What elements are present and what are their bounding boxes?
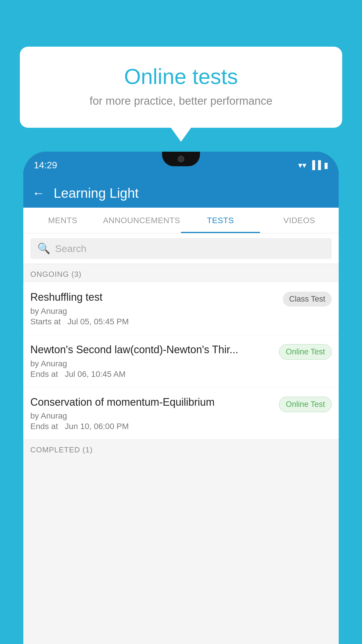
status-bar: 14:29 ▾▾ ▐▐ ▮	[23, 152, 339, 178]
test-list: Reshuffling test by Anurag Starts at Jul…	[23, 282, 339, 440]
class-test-badge: Class Test	[283, 292, 332, 307]
app-bar: ← Learning Light	[23, 178, 339, 208]
notch	[162, 152, 200, 166]
test-item-left: Conservation of momentum-Equilibrium by …	[30, 396, 273, 431]
test-author: by Anurag	[30, 359, 273, 368]
test-badge-container: Class Test	[283, 290, 332, 307]
test-author: by Anurag	[30, 411, 273, 421]
test-time: Ends at Jul 06, 10:45 AM	[30, 370, 273, 379]
tab-ments[interactable]: MENTS	[23, 208, 102, 233]
search-box[interactable]: 🔍 Search	[30, 238, 332, 259]
phone-screen: MENTS ANNOUNCEMENTS TESTS VIDEOS 🔍 Searc…	[23, 208, 339, 644]
test-item[interactable]: Newton's Second law(contd)-Newton's Thir…	[23, 335, 339, 387]
online-test-badge: Online Test	[279, 344, 332, 360]
test-badge-container: Online Test	[279, 396, 332, 412]
test-item-left: Reshuffling test by Anurag Starts at Jul…	[30, 290, 277, 326]
speech-bubble: Online tests for more practice, better p…	[20, 47, 342, 128]
test-item[interactable]: Reshuffling test by Anurag Starts at Jul…	[23, 282, 339, 335]
test-item-left: Newton's Second law(contd)-Newton's Thir…	[30, 343, 273, 379]
search-placeholder: Search	[55, 243, 87, 254]
test-item[interactable]: Conservation of momentum-Equilibrium by …	[23, 387, 339, 440]
tab-tests[interactable]: TESTS	[181, 208, 260, 233]
test-name: Reshuffling test	[30, 290, 277, 304]
tab-announcements[interactable]: ANNOUNCEMENTS	[102, 208, 181, 233]
online-test-badge-2: Online Test	[279, 397, 332, 412]
wifi-icon: ▾▾	[298, 160, 306, 170]
status-icons: ▾▾ ▐▐ ▮	[298, 160, 328, 170]
test-badge-container: Online Test	[279, 343, 332, 360]
battery-icon: ▮	[324, 160, 328, 170]
status-time: 14:29	[34, 160, 57, 171]
test-time: Ends at Jun 10, 06:00 PM	[30, 422, 273, 431]
ongoing-section-header: ONGOING (3)	[23, 264, 339, 282]
test-author: by Anurag	[30, 307, 277, 316]
test-name: Newton's Second law(contd)-Newton's Thir…	[30, 343, 273, 357]
back-button[interactable]: ←	[32, 186, 45, 200]
app-title: Learning Light	[54, 185, 139, 201]
bubble-subtitle: for more practice, better performance	[37, 95, 325, 107]
camera	[178, 156, 184, 162]
completed-section-header: COMPLETED (1)	[23, 440, 339, 458]
test-time: Starts at Jul 05, 05:45 PM	[30, 317, 277, 326]
search-icon: 🔍	[37, 242, 50, 255]
phone-frame: 14:29 ▾▾ ▐▐ ▮ ← Learning Light MENTS ANN…	[23, 152, 339, 644]
signal-icon: ▐▐	[309, 160, 321, 170]
tab-videos[interactable]: VIDEOS	[260, 208, 339, 233]
bubble-title: Online tests	[37, 64, 325, 89]
search-container: 🔍 Search	[23, 233, 339, 264]
test-name: Conservation of momentum-Equilibrium	[30, 396, 273, 409]
tabs-bar: MENTS ANNOUNCEMENTS TESTS VIDEOS	[23, 208, 339, 233]
